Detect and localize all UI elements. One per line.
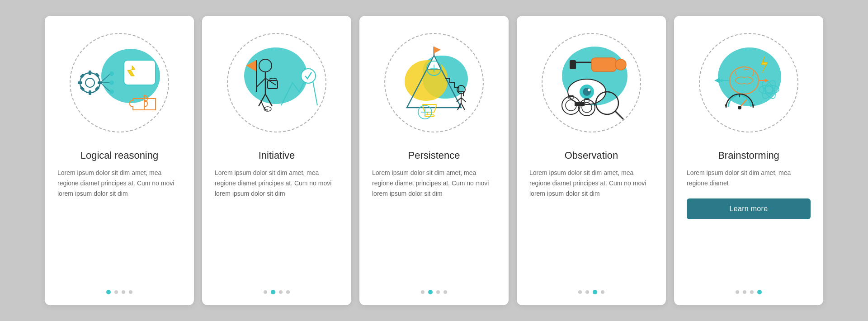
- svg-marker-65: [761, 57, 768, 73]
- dot-2-2: [271, 290, 275, 294]
- svg-line-41: [461, 103, 465, 110]
- dot-4-1: [578, 290, 582, 294]
- dot-2-1: [264, 290, 267, 294]
- svg-point-48: [615, 59, 626, 70]
- card-persistence: Persistence Lorem ipsum dolor sit dim am…: [359, 16, 509, 305]
- svg-rect-43: [425, 115, 434, 117]
- svg-rect-4: [78, 81, 82, 84]
- svg-marker-26: [246, 60, 256, 71]
- dots-3: [421, 282, 447, 294]
- dot-1-3: [122, 290, 125, 294]
- svg-line-21: [265, 78, 276, 85]
- card-text-4: Lorem ipsum dolor sit dim amet, mea regi…: [529, 168, 653, 199]
- illustration-persistence: [375, 24, 493, 142]
- svg-point-15: [109, 90, 114, 94]
- illustration-observation: [533, 24, 650, 142]
- svg-line-20: [256, 78, 265, 87]
- illustration-initiative: [218, 24, 335, 142]
- dot-4-2: [585, 290, 589, 294]
- card-title-3: Persistence: [408, 150, 460, 161]
- dot-1-1: [106, 290, 111, 294]
- card-initiative: Initiative Lorem ipsum dolor sit dim ame…: [202, 16, 351, 305]
- svg-logical-reasoning: [65, 33, 174, 132]
- svg-point-54: [588, 89, 590, 91]
- learn-more-button[interactable]: Learn more: [687, 198, 811, 219]
- svg-marker-72: [719, 79, 722, 82]
- svg-initiative: [222, 33, 331, 132]
- dots-5: [736, 282, 762, 294]
- cards-container: Logical reasoning Lorem ipsum dolor sit …: [27, 2, 841, 319]
- svg-point-64: [730, 67, 759, 94]
- svg-point-18: [259, 59, 272, 72]
- svg-persistence: [380, 33, 488, 132]
- card-logical-reasoning: Logical reasoning Lorem ipsum dolor sit …: [45, 16, 194, 305]
- svg-line-10: [100, 74, 110, 83]
- card-text-5: Lorem ipsum dolor sit dim amet, mea regi…: [687, 168, 811, 189]
- dots-2: [264, 282, 290, 294]
- dot-1-4: [129, 290, 132, 294]
- svg-point-76: [738, 106, 741, 109]
- svg-point-13: [109, 71, 114, 76]
- dot-3-1: [421, 290, 425, 294]
- dot-3-3: [436, 290, 440, 294]
- svg-point-36: [457, 85, 465, 94]
- dot-2-3: [279, 290, 283, 294]
- dot-1-2: [114, 290, 118, 294]
- card-text-3: Lorem ipsum dolor sit dim amet, mea regi…: [372, 168, 496, 199]
- svg-rect-2: [89, 71, 91, 75]
- svg-line-12: [100, 83, 110, 92]
- dots-4: [578, 282, 604, 294]
- card-text-1: Lorem ipsum dolor sit dim amet, mea regi…: [57, 168, 181, 199]
- illustration-logical-reasoning: [61, 24, 178, 142]
- card-title-1: Logical reasoning: [80, 150, 158, 161]
- svg-rect-47: [591, 58, 616, 71]
- card-title-2: Initiative: [259, 150, 295, 161]
- svg-observation: [537, 33, 646, 132]
- dot-3-4: [443, 290, 447, 294]
- illustration-brainstorming: [690, 24, 807, 142]
- card-brainstorming: Brainstorming Lorem ipsum dolor sit dim …: [674, 16, 823, 305]
- svg-point-27: [301, 69, 316, 83]
- svg-point-1: [85, 78, 94, 87]
- dot-5-2: [743, 290, 746, 294]
- dot-5-1: [736, 290, 739, 294]
- svg-point-66: [765, 86, 773, 93]
- svg-line-23: [265, 94, 272, 106]
- svg-brainstorming: [694, 33, 803, 132]
- svg-line-39: [461, 98, 466, 102]
- svg-marker-32: [434, 47, 441, 53]
- svg-point-14: [109, 80, 114, 85]
- dots-1: [106, 282, 132, 294]
- svg-rect-24: [268, 80, 278, 89]
- dot-4-4: [601, 290, 604, 294]
- card-text-2: Lorem ipsum dolor sit dim amet, mea regi…: [215, 168, 339, 199]
- card-observation: Observation Lorem ipsum dolor sit dim am…: [517, 16, 666, 305]
- svg-rect-3: [89, 90, 91, 95]
- dot-5-3: [750, 290, 754, 294]
- svg-rect-63: [575, 102, 585, 106]
- dot-3-2: [428, 290, 433, 294]
- svg-rect-7: [94, 72, 99, 77]
- card-title-4: Observation: [565, 150, 618, 161]
- svg-line-56: [615, 111, 623, 119]
- dot-5-4: [757, 290, 762, 294]
- dot-4-3: [593, 290, 597, 294]
- card-title-5: Brainstorming: [718, 150, 779, 161]
- svg-rect-50: [570, 60, 576, 69]
- dot-2-4: [286, 290, 290, 294]
